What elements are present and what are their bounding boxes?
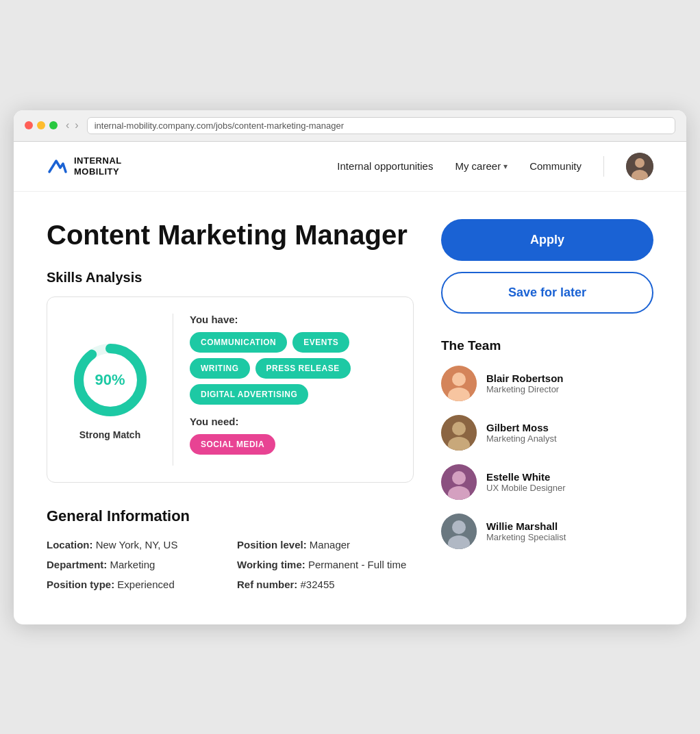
left-column: Content Marketing Manager Skills Analysi… [47, 219, 414, 590]
dot-green[interactable] [49, 121, 58, 129]
chevron-down-icon: ▾ [503, 162, 508, 171]
value-department: Marketing [110, 559, 155, 570]
value-ref-number: #32455 [301, 579, 335, 590]
tag-digital-advertising: DIGITAL ADVERTISING [190, 384, 308, 405]
avatar-estelle [441, 464, 477, 500]
info-ref-number: Ref number: #32455 [237, 579, 414, 590]
value-working-time: Permanent - Full time [308, 559, 406, 570]
back-icon[interactable]: ‹ [66, 119, 69, 131]
site-nav: INTERNAL MOBILITY Internal opportunities… [14, 142, 686, 192]
team-member-estelle: Estelle White UX Mobile Designer [441, 464, 653, 500]
label-ref-number: Ref number: [237, 579, 301, 590]
tag-press-release: PRESS RELEASE [255, 358, 351, 379]
nav-divider [603, 156, 604, 177]
logo-text: INTERNAL MOBILITY [74, 155, 122, 177]
forward-icon[interactable]: › [75, 119, 78, 131]
user-avatar[interactable] [626, 153, 653, 180]
label-position-type: Position type: [47, 579, 117, 590]
member-role-estelle: UX Mobile Designer [486, 483, 566, 493]
avatar-blair [441, 366, 477, 401]
skills-card: 90% Strong Match You have: COMMUNICATION… [47, 296, 414, 483]
member-name-willie: Willie Marshall [486, 520, 566, 532]
dot-yellow[interactable] [37, 121, 45, 129]
match-label: Strong Match [79, 429, 140, 440]
tag-events: EVENTS [292, 332, 349, 353]
you-have-tags: COMMUNICATION EVENTS WRITING PRESS RELEA… [190, 332, 397, 405]
tag-social-media: SOCIAL MEDIA [190, 434, 275, 455]
main-content: Content Marketing Manager Skills Analysi… [14, 192, 686, 624]
info-position-type: Position type: Experienced [47, 579, 223, 590]
member-name-estelle: Estelle White [486, 471, 566, 483]
label-position-level: Position level: [237, 539, 310, 550]
svg-point-12 [452, 471, 466, 485]
info-department: Department: Marketing [47, 559, 223, 570]
member-name-gilbert: Gilbert Moss [486, 422, 557, 433]
info-position-level: Position level: Manager [237, 539, 414, 550]
avatar-willie [441, 514, 477, 549]
match-percent: 90% [95, 371, 125, 389]
member-info-willie: Willie Marshall Marketing Specialist [486, 520, 566, 542]
browser-dots [25, 121, 58, 129]
job-title: Content Marketing Manager [47, 219, 414, 251]
member-role-willie: Marketing Specialist [486, 532, 566, 542]
member-info-blair: Blair Robertson Marketing Director [486, 372, 564, 394]
nav-links: Internal opportunities My career ▾ Commu… [337, 153, 653, 180]
logo-icon [47, 155, 68, 177]
team-member-willie: Willie Marshall Marketing Specialist [441, 514, 653, 549]
svg-point-9 [452, 422, 466, 435]
label-working-time: Working time: [237, 559, 308, 570]
svg-point-15 [452, 520, 466, 534]
info-grid: Location: New York, NY, US Position leve… [47, 539, 414, 590]
browser-url-bar[interactable]: internal-mobility.company.com/jobs/conte… [87, 117, 675, 134]
tag-communication: COMMUNICATION [190, 332, 287, 353]
skills-analysis-title: Skills Analysis [47, 270, 414, 286]
nav-internal-opportunities[interactable]: Internal opportunities [337, 160, 433, 172]
team-title: The Team [441, 338, 653, 353]
browser-toolbar: ‹ › internal-mobility.company.com/jobs/c… [14, 110, 686, 142]
browser-nav: ‹ › [66, 119, 79, 131]
member-info-gilbert: Gilbert Moss Marketing Analyst [486, 422, 557, 444]
value-location: New York, NY, US [96, 539, 178, 550]
info-working-time: Working time: Permanent - Full time [237, 559, 414, 570]
label-location: Location: [47, 539, 96, 550]
member-name-blair: Blair Robertson [486, 372, 564, 384]
apply-button[interactable]: Apply [441, 219, 653, 261]
browser-window: ‹ › internal-mobility.company.com/jobs/c… [14, 110, 686, 624]
logo-area: INTERNAL MOBILITY [47, 155, 122, 177]
value-position-level: Manager [310, 539, 350, 550]
team-member-blair: Blair Robertson Marketing Director [441, 366, 653, 401]
info-location: Location: New York, NY, US [47, 539, 223, 550]
donut-area: 90% Strong Match [64, 314, 173, 466]
general-info-title: General Information [47, 507, 414, 525]
value-position-type: Experienced [117, 579, 174, 590]
member-role-blair: Marketing Director [486, 384, 564, 394]
donut-chart: 90% [69, 339, 151, 421]
member-info-estelle: Estelle White UX Mobile Designer [486, 471, 566, 493]
save-button[interactable]: Save for later [441, 272, 653, 314]
svg-point-6 [452, 372, 466, 386]
svg-point-1 [635, 158, 645, 168]
skills-area: You have: COMMUNICATION EVENTS WRITING P… [190, 314, 397, 466]
team-member-gilbert: Gilbert Moss Marketing Analyst [441, 415, 653, 451]
you-need-label: You need: [190, 416, 397, 427]
general-info: General Information Location: New York, … [47, 507, 414, 590]
you-need-tags: SOCIAL MEDIA [190, 434, 397, 455]
nav-my-career[interactable]: My career ▾ [455, 160, 508, 172]
dot-red[interactable] [25, 121, 33, 129]
avatar-gilbert [441, 415, 477, 451]
member-role-gilbert: Marketing Analyst [486, 433, 557, 444]
you-have-label: You have: [190, 314, 397, 325]
right-column: Apply Save for later The Team Blair Robe… [441, 219, 653, 590]
label-department: Department: [47, 559, 110, 570]
tag-writing: WRITING [190, 358, 250, 379]
nav-community[interactable]: Community [529, 160, 582, 172]
